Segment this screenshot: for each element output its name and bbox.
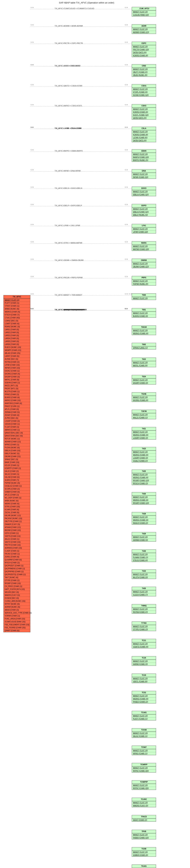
main-field: RUECK [NUMC (10)] [4, 346, 30, 349]
join-condition: TXI_AFVC-PROJN = PRPS-PSPNR [54, 277, 82, 279]
entity-field: MANDT [CLNT (3)] [132, 413, 156, 416]
main-field: LOGRP [CHAR (3)] [4, 420, 30, 423]
entity-field: MANDT [CLNT (3)] [132, 590, 156, 593]
cardinality-label-left: 0..N [31, 24, 34, 26]
entity-field: KOKRS [CHAR (4)] [132, 111, 156, 114]
entity-field: MANDT [CLNT (3)] [132, 10, 156, 13]
entity-field: KOSTL [CHAR (10)] [132, 114, 156, 117]
entity-ekpo: EKPOMANDT [CLNT (3)]EBELN [CHAR (10)]EBE… [132, 204, 156, 216]
entity-eina: EINAMANDT [CLNT (3)]INFNR [CHAR (10)] [132, 169, 156, 179]
entity-field: BANFN [CHAR (10)] [132, 156, 156, 159]
main-field: ISTRU [CHAR (18)] [4, 505, 30, 508]
join-condition: TXI_AFVC-AENNR = AENR-AENNR [54, 25, 83, 27]
entity-field: PHSEQ [CHAR (2)] [132, 700, 156, 703]
join-condition: TXI_AFVC-MANDT = T000-MANDT [54, 294, 82, 296]
cardinality-label-left: 0..N [31, 169, 34, 170]
main-field: UEKAN [CHAR (1)] [4, 423, 30, 426]
cardinality-label-left: 0..N [31, 204, 34, 205]
entity-field: WERKS [CHAR (4)] [132, 698, 156, 700]
entity-field: MANDT [CLNT (3)] [132, 660, 156, 663]
entity-field: MANDT [CLNT (3)] [132, 801, 156, 804]
cardinality-label-left: 0..N [31, 126, 34, 128]
cardinality-label: 0..N [125, 258, 128, 260]
entity-field: STEUS [CHAR (4)] [132, 559, 156, 562]
entity-t357m: T357MMANDT [CLNT (3)]ANLZU [CHAR (1)] [132, 410, 156, 419]
main-field: WERKI [CHAR (4)] [4, 502, 30, 505]
entity-_cum_afcu: _CUM_AFCUMANDT [CLNT (3)]CUGUID [RAW (16… [132, 7, 156, 17]
main-field: LAR05 [CHAR (6)] [4, 340, 30, 343]
main-field: RSANZ [NUMC (3)] [4, 325, 30, 328]
main-field: CH_PROC [CHAR (1)] [4, 585, 30, 588]
cardinality-label: 0..N [125, 126, 128, 128]
entity-header: T002 [132, 343, 156, 346]
main-field: BUKRS [CHAR (4)] [4, 396, 30, 399]
cardinality-label-left: 0..N [31, 224, 34, 225]
main-field: EKORG [CHAR (4)] [4, 372, 30, 375]
cardinality-label: 0..N [125, 64, 128, 66]
main-field: KZWRTF [CHAR (1)] [4, 467, 30, 470]
main-field: PRKST [CURR (1)] [4, 405, 30, 408]
entity-header: EINA [132, 169, 156, 173]
main-field: ZERMA [CHAR (5)] [4, 411, 30, 414]
entity-header: T778O [132, 622, 156, 625]
entity-header: TCNRPIP [132, 780, 156, 784]
main-field: FSE_FSELEMENT [CHAR (10)] [4, 623, 30, 626]
entity-field: MANDT [CLNT (3)] [132, 732, 156, 735]
main-field: ZGR01 [CHAR (4)] [4, 555, 30, 558]
entity-field: BNFPO [NUMC (5)] [132, 159, 156, 162]
entity-field: PLNTY [CHAR (1)] [132, 717, 156, 720]
entity-field: MATNR [CHAR (18)] [132, 248, 156, 251]
entity-txi-afvc: TXI_AFVC MANDT [CLNT (3)]PLNTY [CHAR (1)… [3, 295, 30, 632]
entity-csks: CSKSMANDT [CLNT (3)]KOKRS [CHAR (4)]KOST… [132, 104, 156, 120]
entity-field: MANDT [CLNT (3)] [132, 625, 156, 628]
entity-cska: CSKAMANDT [CLNT (3)]KTOPL [CHAR (4)]KSTA… [132, 84, 156, 97]
entity-field: INFNR [CHAR (10)] [132, 176, 156, 179]
entity-header: T024E [132, 393, 156, 396]
main-field: RFPNT [NUMC (8)] [4, 602, 30, 606]
entity-field: MANDT [CLNT (3)] [132, 245, 156, 248]
join-condition: TXI_AFVC-/CUM/CUGUID = /CUM/AFCU-CUGUID [54, 8, 94, 9]
entity-header: MARA [132, 242, 156, 245]
entity-t001: T001MANDT [CLNT (3)]BUKRS [CHAR (4)] [132, 308, 156, 318]
join-condition: TXI_AFVC-SAKTO = CSKA-KSTAR [54, 85, 82, 87]
entity-tcn07: TCN07MANDT [CLNT (3)]NPRIO [CHAR (1)] [132, 746, 156, 755]
main-field: OTYPE [CHAR (2)] [4, 579, 30, 582]
entity-header: T425 [132, 470, 156, 473]
entity-field: PLNAW [CHAR (1)] [132, 556, 156, 559]
main-field: VTKNT [CHAR (1)] [4, 305, 30, 307]
entity-field: KTOPL [CHAR (4)] [132, 91, 156, 94]
entity-header: T435 [132, 587, 156, 590]
entity-header: T430 [132, 550, 156, 553]
entity-field: MANDT [CLNT (3)] [132, 767, 156, 769]
entity-header: EKPO [132, 204, 156, 208]
entity-field: WAERS [CUKY (5)] [132, 804, 156, 807]
entity-field: ZERMA [CHAR (5)] [132, 538, 156, 541]
entity-field: MANDT [CLNT (3)] [132, 833, 156, 836]
entity-field: RFSCH [CHAR (2)] [132, 482, 156, 485]
entity-header: T023 [132, 358, 156, 361]
entity-field: OTYPE [CHAR (2)] [132, 628, 156, 631]
main-field: QKZPRMENG [CHAR (1)] [4, 567, 30, 570]
main-field: BEDNR [CHAR (10)] [4, 529, 30, 532]
entity-field: MANDT [CLNT (3)] [132, 694, 156, 698]
entity-field: MANDT [CLNT (3)] [132, 714, 156, 717]
entity-header: T000 [132, 293, 156, 297]
cardinality-label-left: 0..N [31, 258, 34, 260]
join-condition: TXI_AFVC-PRCTR = CEPC-PRCTR [54, 42, 83, 44]
main-field: LAR03 [CHAR (6)] [4, 334, 30, 337]
entity-header: CRID [132, 64, 156, 68]
entity-t024e: T024EMANDT [CLNT (3)]EKORG [CHAR (4)] [132, 392, 156, 402]
entity-tfkb: TFKBMANDT [CLNT (3)]FKBER [CHAR (16)] [132, 830, 156, 839]
cardinality-label-left: 0..N [31, 149, 34, 151]
entity-t430: T430MANDT [CLNT (3)]PLNAW [CHAR (1)]STEU… [132, 550, 156, 562]
main-field: RSTRA [CHAR (2)] [4, 361, 30, 364]
entity-header: EBAN [132, 150, 156, 153]
join-condition: TXI_AFVC-LIFNR = LFA1-LIFNR [54, 225, 80, 226]
entity-field: DATBI [DATS (8)] [132, 51, 156, 54]
cardinality-label-left: 0..N [31, 276, 34, 277]
main-field: KALSM [CHAR (6)] [4, 476, 30, 478]
main-field: CUOBJ_ARB [NUMC (18)] [4, 600, 30, 602]
main-field: AENNR [CHAR (12)] [4, 440, 30, 443]
join-condition: TXI_AFVC-OBJNR = ONR00-OBJNR [54, 259, 83, 261]
main-field: FRUNV [CHAR (1)] [4, 552, 30, 555]
